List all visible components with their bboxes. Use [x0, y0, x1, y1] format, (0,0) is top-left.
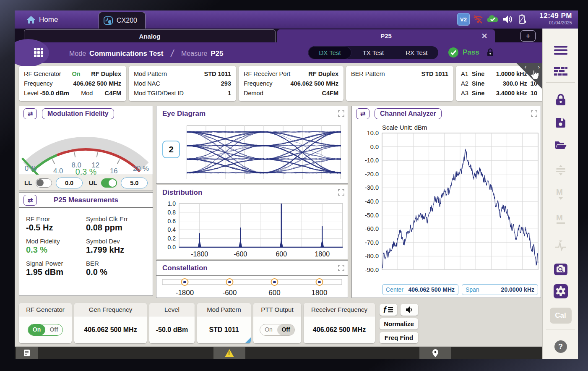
lock-icon[interactable]	[487, 48, 494, 57]
channel-analyzer-header: ⇄ Channel Analyzer	[352, 106, 541, 121]
ul-toggle[interactable]	[101, 178, 117, 188]
settings-button[interactable]	[543, 282, 578, 300]
save-button[interactable]	[543, 113, 578, 132]
pass-check-icon	[448, 47, 459, 58]
control-level[interactable]: Level -50.0 dBm	[149, 303, 195, 343]
apps-grid-icon[interactable]	[34, 48, 44, 58]
toggle-off-label[interactable]: Off	[277, 324, 294, 335]
menu-button[interactable]	[543, 41, 578, 60]
tab-analog-label: Analog	[139, 33, 161, 40]
mod-pattern-label: Mod Pattern	[134, 71, 167, 77]
segment-tx-test[interactable]: TX Test	[351, 46, 395, 59]
mod-pattern-control-value[interactable]: STD 1011	[197, 316, 251, 343]
wifi-off-icon[interactable]	[472, 13, 484, 26]
mod-pattern-value: STD 1011	[204, 71, 232, 77]
center-freq-box[interactable]: Center 406.062 500 MHz	[382, 284, 458, 295]
segment-dx-test[interactable]: DX Test	[308, 46, 351, 59]
freq-find-button[interactable]: Freq Find	[380, 332, 418, 343]
measure-value[interactable]: P25	[211, 50, 223, 58]
tab-analog[interactable]: Analog	[24, 29, 276, 42]
home-label: Home	[39, 16, 58, 24]
ll-toggle[interactable]	[36, 178, 52, 188]
location-button[interactable]	[419, 347, 451, 359]
svg-text:0.2: 0.2	[168, 235, 176, 242]
panel-channel-analyzer: ⇄ Channel Analyzer Scale Unit: dBm 10.00…	[351, 106, 541, 298]
layout-grid-button[interactable]	[543, 62, 578, 81]
toggle-on-label[interactable]: On	[28, 324, 45, 335]
home-button[interactable]: Home	[26, 16, 58, 24]
rf-gen-state: On	[72, 71, 80, 77]
ul-value-box[interactable]: 5.0	[121, 178, 148, 188]
swap-view-button[interactable]: ⇄	[23, 108, 37, 119]
measurements-grid: RF Error -0.5 HzSymbol Clk Err 0.08 ppmM…	[19, 208, 153, 277]
rf-generator-toggle[interactable]: On Off	[28, 324, 63, 336]
p25-measurements-title: P25 Measurements	[54, 196, 118, 204]
swipe-left-icon[interactable]: ‹	[525, 64, 526, 70]
level-control-value[interactable]: -50.0 dBm	[149, 316, 195, 343]
tab-p25[interactable]: P25 ✕	[277, 29, 495, 42]
center-label: Center	[386, 286, 403, 293]
swipe-right-icon[interactable]: ›	[538, 64, 540, 70]
card-mod-pattern[interactable]: Mod PatternSTD 1011 Mod NAC293 Mod TGID/…	[129, 66, 236, 101]
toggle-off-label[interactable]: Off	[45, 324, 62, 335]
mod-fidelity-title-button[interactable]: Modulation Fidelity	[42, 108, 114, 119]
a2-freq: 300.0 Hz	[503, 80, 527, 87]
app-tab-cx200[interactable]: CX200	[99, 12, 146, 29]
channel-analyzer-title-button[interactable]: Channel Analyzer	[375, 108, 442, 119]
screenshot-button[interactable]	[543, 260, 578, 279]
device-screen: Home CX200 V2 12:49 PM 01/04/2025	[15, 10, 578, 359]
expand-icon[interactable]	[338, 265, 344, 271]
log-panel-button[interactable]	[16, 347, 38, 359]
swap-view-button[interactable]: ⇄	[356, 108, 369, 119]
ll-value-box[interactable]: 0.0	[56, 178, 83, 188]
cloud-check-icon[interactable]	[487, 13, 499, 26]
v2-badge-icon[interactable]: V2	[457, 13, 470, 26]
segment-rx-test[interactable]: RX Test	[395, 46, 438, 59]
mod-nac-value: 293	[221, 80, 231, 87]
fidelity-gauge: 4.08.012160 %20 %0.3 %	[19, 122, 153, 176]
distribution-plot: 1.00.80.60.40.20.0-1800-6006001800	[158, 201, 346, 258]
function-generator-button[interactable]: f	[380, 304, 397, 316]
card-rf-receiver[interactable]: RF Receiver PortRF Duplex Frequency406.0…	[239, 66, 343, 101]
control-receiver-frequency[interactable]: Receiver Frequency 406.062 500 MHz	[304, 303, 375, 343]
close-tab-icon[interactable]: ✕	[480, 31, 489, 41]
measurement-label: BER	[86, 260, 146, 267]
svg-text:-1800: -1800	[176, 289, 194, 297]
svg-text:600: 600	[276, 251, 287, 258]
demod-value: C4FM	[322, 90, 338, 97]
open-file-button[interactable]	[543, 136, 578, 154]
control-mod-pattern[interactable]: Mod Pattern STD 1011	[197, 303, 251, 343]
warnings-button[interactable]	[213, 347, 245, 359]
swap-view-button[interactable]: ⇄	[23, 195, 37, 206]
speaker-icon[interactable]	[501, 13, 514, 26]
measurement-label: Symbol Dev	[86, 238, 146, 245]
receiver-frequency-value[interactable]: 406.062 500 MHz	[304, 316, 375, 343]
eye-count-badge[interactable]: 2	[162, 141, 180, 158]
constellation-header: Constellation	[156, 261, 348, 276]
lock-screen-button[interactable]	[543, 91, 578, 109]
a1-freq: 1.0000 kHz	[496, 71, 527, 77]
normalize-button[interactable]: Normalize	[380, 318, 418, 329]
battery-charging-icon[interactable]	[516, 13, 528, 26]
toggle-on-label[interactable]: On	[260, 324, 277, 335]
mode-value[interactable]: Communications Test	[89, 50, 163, 58]
audio-monitor-button[interactable]	[401, 304, 418, 316]
control-gen-frequency[interactable]: Gen Frequency 406.062 500 MHz	[74, 303, 147, 343]
add-tab-button[interactable]: +	[520, 30, 536, 42]
warning-icon	[225, 349, 234, 357]
ptt-output-toggle[interactable]: On Off	[260, 324, 295, 336]
card-ber-pattern[interactable]: BER PatternSTD 1011	[346, 66, 453, 101]
svg-text:1.0: 1.0	[168, 201, 176, 207]
time: 12:49 PM	[539, 12, 572, 20]
card-rf-generator[interactable]: RF GeneratorOnRF Duplex Frequency406.062…	[19, 66, 126, 101]
expand-icon[interactable]	[531, 110, 537, 117]
mod-tgid-value: 1	[228, 90, 231, 97]
expand-icon[interactable]	[338, 110, 344, 117]
split-view-icon	[554, 165, 567, 176]
span-box[interactable]: Span 20.0000 kHz	[462, 284, 538, 295]
lock-icon	[555, 94, 566, 106]
help-button[interactable]: ?	[543, 337, 578, 356]
svg-text:-50.0: -50.0	[365, 212, 379, 219]
gen-frequency-value[interactable]: 406.062 500 MHz	[74, 316, 147, 343]
expand-icon[interactable]	[338, 189, 344, 196]
